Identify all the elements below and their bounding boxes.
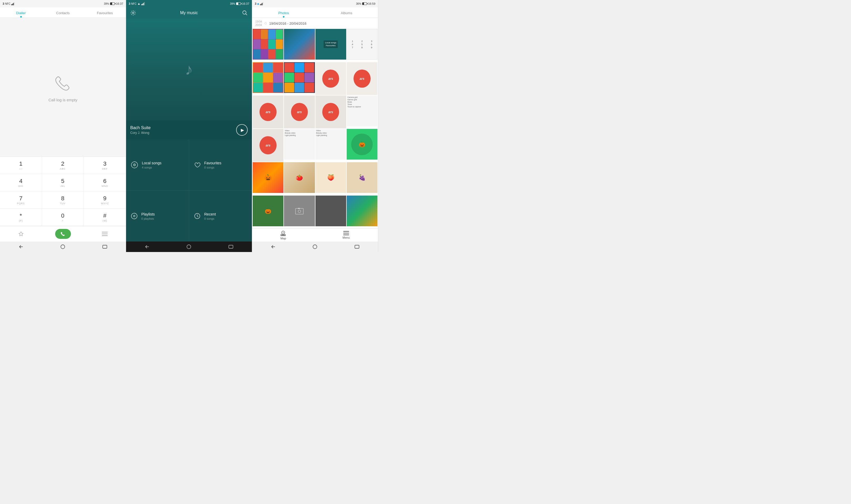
home-button[interactable] [186,244,192,250]
photo-thumb-16[interactable]: 🎃 [347,129,377,160]
dialler-status-bar: 3 NFC 39% 16:37 [0,0,126,7]
svg-rect-10 [142,4,143,5]
key-9[interactable]: 9 WXYZ [84,191,126,209]
map-button[interactable]: Map [280,230,286,240]
signal-bars-icon [260,2,264,5]
photo-thumb-3[interactable]: Local songsFavourites [316,29,346,59]
photo-thumb-6[interactable] [284,62,315,93]
signal-bars-icon [11,2,15,5]
svg-rect-9 [141,4,142,5]
favourites-button[interactable] [0,231,42,237]
music-track-info: Bach Suite Cory J. Wong [130,125,236,135]
key-8[interactable]: 8 TUV [42,191,84,209]
tab-favourites[interactable]: Favourites [84,7,126,18]
twitter-icon: ◆ [257,2,259,5]
menu-bottom-button[interactable]: Menu [342,231,350,239]
photo-thumb-13[interactable]: ars [253,129,283,162]
key-0[interactable]: 0 + [42,209,84,226]
recents-button[interactable] [354,244,360,250]
nfc-icon: NFC [5,2,11,5]
svg-point-36 [313,245,317,249]
playlist-icon [131,213,138,219]
back-button[interactable] [270,244,276,250]
photo-thumb-10[interactable]: ars [284,95,315,128]
svg-rect-8 [103,245,107,248]
photo-thumb-4[interactable]: 1 2 3 4 5 6 7 8 9 [347,29,377,59]
photos-date-dot [265,22,267,24]
photo-thumb-2[interactable] [284,29,315,59]
photo-thumb-24[interactable] [347,196,377,226]
music-cell-favourites[interactable]: Favourites 0 songs [189,139,252,191]
tab-dialler[interactable]: Dialler [0,7,42,18]
music-cell-local-songs[interactable]: Local songs 4 songs [126,139,189,191]
dialler-nav-bar [0,241,126,252]
favourites-count: 0 songs [205,166,221,169]
back-button[interactable] [144,244,150,250]
menu-button[interactable] [84,232,126,236]
tab-contacts[interactable]: Contacts [42,7,84,18]
favourites-title: Favourites [205,161,221,165]
photo-thumb-12[interactable]: Camera grid Games grid Mode Timer Touch … [347,95,377,126]
key-5[interactable]: 5 JKL [42,174,84,191]
battery-percent: 39% [230,2,235,5]
photo-thumb-7[interactable]: ars [316,62,346,95]
search-button[interactable] [242,10,248,16]
music-cell-playlists[interactable]: Playlists 0 playlists [126,191,189,241]
svg-point-17 [134,165,135,165]
key-1[interactable]: 1 ○○ [0,157,42,174]
music-nav-bar [126,241,252,252]
call-button[interactable] [55,229,71,239]
photo-thumb-17[interactable]: 🎃 [253,162,283,193]
key-hash[interactable]: # (W) [84,209,126,226]
back-button[interactable] [18,244,24,250]
photo-thumb-18[interactable]: 🍅 [284,162,315,193]
play-button[interactable]: ▶ [236,124,248,136]
photo-thumb-8[interactable]: ars [347,62,377,95]
battery-icon [236,2,241,5]
playlists-title: Playlists [141,212,155,216]
track-artist: Cory J. Wong [130,131,236,135]
dialler-panel: 3 NFC 39% 16:37 Dialler Contacts Favouri… [0,0,126,252]
svg-rect-5 [102,234,108,234]
tab-photos[interactable]: Photos [252,7,315,18]
photo-thumb-15[interactable]: Video Beauty video Light painting [316,129,346,160]
nfc-icon: NFC [131,2,137,5]
photo-thumb-21[interactable]: 🎃 [253,196,283,226]
key-2[interactable]: 2 ABC [42,157,84,174]
photo-thumb-19[interactable]: 🍑 [316,162,346,193]
photo-thumb-1[interactable] [253,29,283,59]
photo-thumb-22[interactable] [284,196,315,226]
call-log-empty-text: Call log is empty [48,98,77,102]
time-display: 16:37 [242,2,249,5]
photos-status-bar: 3 ◆ 36% 16:59 [252,0,378,7]
photo-thumb-11[interactable]: ars [316,95,346,128]
svg-rect-29 [298,208,300,209]
key-star[interactable]: * (P) [0,209,42,226]
home-button[interactable] [312,244,318,250]
photos-bottom-bar: Map Menu [252,228,378,241]
photo-thumb-9[interactable]: ars [253,95,283,128]
key-6[interactable]: 6 MNO [84,174,126,191]
photo-thumb-5[interactable] [253,62,283,93]
tab-albums[interactable]: Albums [315,7,378,18]
recents-button[interactable] [228,244,234,250]
photo-thumb-23[interactable] [316,196,346,226]
svg-rect-4 [102,232,108,233]
key-7[interactable]: 7 PQRS [0,191,42,209]
recents-button[interactable] [102,244,108,250]
svg-rect-12 [144,2,145,5]
playlists-count: 0 playlists [141,217,155,220]
photo-thumb-20[interactable]: 🍇 [347,162,377,193]
key-3[interactable]: 3 DEF [84,157,126,174]
key-4[interactable]: 4 GHI [0,174,42,191]
battery-fill [236,3,238,5]
battery-icon [110,2,115,5]
home-button[interactable] [60,244,66,250]
music-cell-recent[interactable]: Recent 0 songs [189,191,252,241]
call-button-area [42,229,84,239]
svg-rect-22 [229,245,233,248]
music-note-icon: ♪ [185,62,193,77]
photos-status-right: 36% 16:59 [356,2,375,5]
settings-button[interactable] [130,10,136,16]
photo-thumb-14[interactable]: Video Beauty video Light painting [284,129,315,160]
